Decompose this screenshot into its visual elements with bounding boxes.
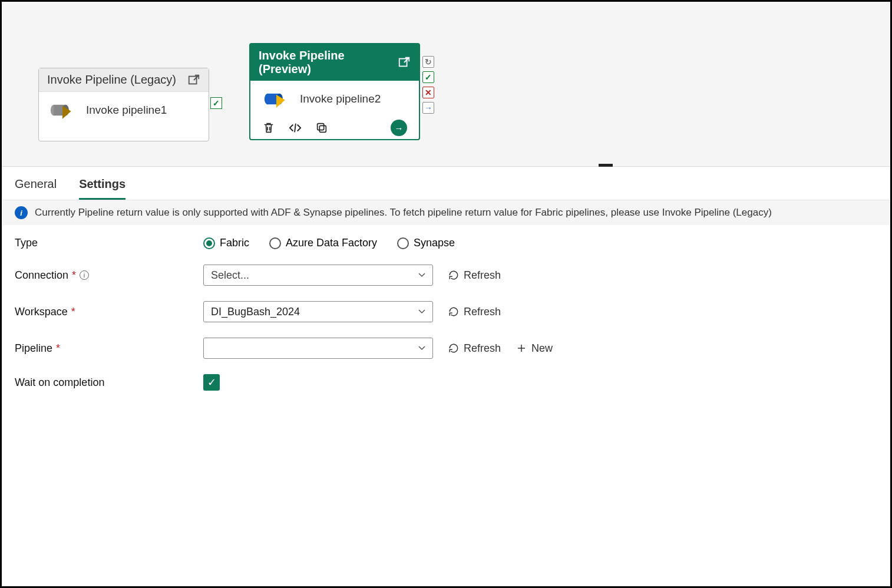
chevron-down-icon (418, 309, 425, 314)
type-radiogroup: Fabric Azure Data Factory Synapse (203, 237, 455, 249)
type-radio-adf[interactable]: Azure Data Factory (269, 237, 377, 249)
help-icon[interactable]: i (80, 270, 89, 280)
type-radio-fabric[interactable]: Fabric (203, 237, 249, 249)
connector-chips: ↻ ✓ ✕ → (422, 56, 434, 114)
panel-tabs: General Settings (2, 167, 890, 200)
run-icon[interactable]: → (391, 120, 407, 136)
completion-handle-icon[interactable]: → (422, 102, 434, 114)
type-label: Type (15, 237, 203, 249)
success-handle-icon[interactable]: ✓ (422, 71, 434, 83)
activity-toolbar: → (250, 117, 419, 142)
pipeline-select[interactable] (203, 338, 433, 359)
delete-icon[interactable] (262, 121, 275, 134)
code-icon[interactable] (288, 121, 302, 134)
connection-select[interactable]: Select... (203, 265, 433, 286)
type-radio-synapse[interactable]: Synapse (397, 237, 455, 249)
open-external-icon[interactable] (187, 74, 200, 87)
copy-icon[interactable] (315, 121, 328, 134)
wait-on-completion-label: Wait on completion (15, 376, 203, 389)
svg-rect-8 (319, 125, 326, 132)
success-indicator-icon: ✓ (210, 97, 222, 109)
svg-rect-9 (318, 124, 324, 130)
connection-refresh[interactable]: Refresh (448, 269, 501, 282)
activity-invoke-pipeline-legacy[interactable]: Invoke Pipeline (Legacy) Invoke pipeline… (38, 68, 209, 141)
svg-rect-4 (399, 59, 407, 67)
activity-name: Invoke pipeline1 (86, 104, 167, 117)
activity-title: Invoke Pipeline (Legacy) (47, 73, 176, 87)
connection-label: Connection (15, 269, 68, 282)
properties-panel: General Settings i Currently Pipeline re… (2, 167, 890, 418)
svg-rect-0 (189, 76, 197, 84)
info-bar: i Currently Pipeline return value is onl… (2, 200, 890, 225)
design-canvas[interactable]: Invoke Pipeline (Legacy) Invoke pipeline… (2, 2, 890, 167)
workspace-select[interactable]: DI_BugBash_2024 (203, 301, 433, 322)
tab-general[interactable]: General (15, 177, 57, 200)
activity-name: Invoke pipeline2 (300, 93, 381, 105)
chevron-down-icon (418, 346, 425, 351)
tab-settings[interactable]: Settings (79, 177, 125, 200)
pipeline-new[interactable]: New (516, 342, 553, 355)
activity-title: Invoke Pipeline (Preview) (259, 49, 398, 76)
pipeline-refresh[interactable]: Refresh (448, 342, 501, 355)
failure-handle-icon[interactable]: ✕ (422, 87, 434, 98)
required-mark: * (71, 306, 75, 318)
activity-invoke-pipeline-preview[interactable]: Invoke Pipeline (Preview) Invoke pipelin… (249, 43, 420, 140)
required-mark: * (72, 269, 76, 282)
info-icon: i (15, 206, 28, 219)
wait-on-completion-checkbox[interactable]: ✓ (203, 374, 220, 391)
workspace-refresh[interactable]: Refresh (448, 306, 501, 318)
chevron-down-icon (418, 273, 425, 278)
required-mark: * (56, 342, 60, 355)
workspace-label: Workspace (15, 306, 68, 318)
redo-icon[interactable]: ↻ (422, 56, 434, 68)
info-text: Currently Pipeline return value is only … (35, 207, 772, 219)
pipeline-label: Pipeline (15, 342, 52, 355)
resize-handle[interactable] (599, 164, 613, 167)
pipeline-icon (49, 100, 75, 120)
pipeline-icon (263, 89, 289, 109)
open-external-icon[interactable] (398, 56, 411, 69)
